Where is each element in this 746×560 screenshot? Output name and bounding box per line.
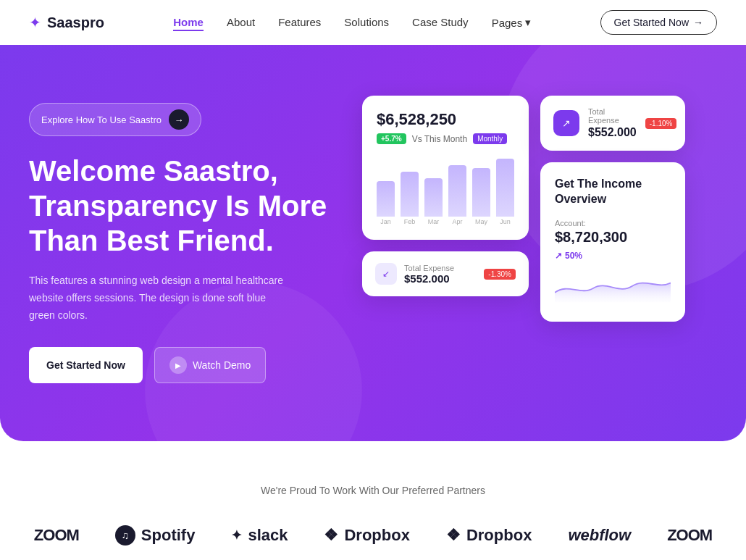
partners-section: We're Proud To Work With Our Preferred P… (0, 441, 746, 560)
hero-description: This features a stunning web design a me… (29, 272, 290, 324)
watch-demo-button[interactable]: ▶ Watch Demo (154, 347, 266, 383)
hero-left: Explore How To Use Saastro → Welcome Saa… (29, 88, 333, 383)
explore-button[interactable]: Explore How To Use Saastro → (29, 103, 201, 136)
income-card: Get The Income Overview Account: $8,720,… (540, 162, 685, 322)
income-title: Get The Income Overview (555, 177, 671, 207)
expense-bottom-card: ↙ Total Expense $552.000 -1.30% (362, 251, 529, 296)
partner-dropbox-2: ❖ Dropbox (446, 526, 532, 545)
expense-info: Total Expense $552.000 (588, 107, 637, 139)
logo-text: Saaspro (47, 14, 104, 31)
play-icon: ▶ (169, 356, 187, 374)
navbar: ✦ Saaspro Home About Features Solutions … (0, 0, 746, 45)
account-label: Account: (555, 219, 671, 227)
hero-left-cards: $6,528,250 +5.7% Vs This Month Monthly J… (362, 96, 529, 322)
partner-zoom-1: ZOOM (34, 526, 79, 545)
dropbox-label-2: Dropbox (466, 526, 532, 545)
expense-bottom-label: Total Expense (404, 264, 454, 272)
explore-label: Explore How To Use Saastro (41, 114, 162, 125)
partner-zoom-2: ZOOM (667, 526, 712, 545)
dropbox-icon-2: ❖ (446, 526, 461, 545)
expense-bottom-icon: ↙ (375, 263, 397, 285)
spotify-icon: ♫ (115, 525, 135, 546)
bar-item: May (472, 168, 490, 225)
bar-item: Feb (401, 172, 419, 225)
expense-bottom-badge: -1.30% (484, 269, 516, 280)
nav-cta-arrow: → (693, 17, 703, 28)
nav-about[interactable]: About (227, 16, 255, 28)
chevron-down-icon: ▾ (525, 16, 531, 29)
expense-bottom-info: Total Expense $552.000 (404, 264, 454, 285)
hero-section: Explore How To Use Saastro → Welcome Saa… (0, 45, 746, 441)
chart-amount: $6,528,250 (377, 110, 514, 129)
partners-heading: We're Proud To Work With Our Preferred P… (29, 485, 717, 496)
partners-logos: ZOOM ♫ Spotify ✦ slack ❖ Dropbox ❖ Dropb… (29, 525, 717, 546)
partner-webflow: webflow (568, 526, 631, 545)
partner-dropbox-1: ❖ Dropbox (324, 526, 409, 545)
nav-features[interactable]: Features (278, 16, 321, 28)
expense-amount: $552.000 (588, 126, 637, 139)
expense-small-card: ↗ Total Expense $552.000 -1.10% (540, 96, 685, 151)
hero-cta-button[interactable]: Get Started Now (29, 347, 143, 383)
hero-title: Welcome Saastro, Transparency Is More Th… (29, 154, 333, 258)
nav-cta-label: Get Started Now (614, 17, 690, 28)
dropbox-icon-1: ❖ (324, 526, 338, 545)
spotify-label: Spotify (141, 526, 196, 545)
expense-bottom-amount: $552.000 (404, 272, 454, 285)
nav-case-study[interactable]: Case Study (412, 16, 469, 28)
partner-spotify: ♫ Spotify (115, 525, 196, 546)
expense-small-badge: -1.10% (645, 118, 677, 129)
zoom-icon: ZOOM (34, 526, 79, 545)
zoom-label-2: ZOOM (667, 526, 712, 545)
slack-label: slack (248, 526, 288, 545)
vs-label: Vs This Month (412, 134, 467, 144)
explore-arrow-icon: → (169, 109, 189, 130)
account-amount: $8,720,300 (555, 229, 671, 246)
bar-item: Apr (448, 165, 466, 225)
growth-arrow-icon: ↗ (555, 251, 562, 261)
hero-right-cards: ↗ Total Expense $552.000 -1.10% Get The … (540, 96, 685, 322)
bar-item: Mar (424, 178, 443, 225)
expense-icon: ↗ (553, 110, 579, 136)
growth-badge: +5.7% (377, 133, 406, 144)
expense-label: Total Expense (588, 107, 637, 125)
growth-badge-income: ↗ 50% (555, 251, 582, 261)
slack-icon: ✦ (231, 527, 242, 543)
nav-links: Home About Features Solutions Case Study… (173, 16, 531, 29)
hero-buttons: Get Started Now ▶ Watch Demo (29, 347, 333, 383)
partner-slack: ✦ slack (231, 526, 288, 545)
bar-chart: JanFebMarAprMayJun (377, 153, 514, 225)
chart-card: $6,528,250 +5.7% Vs This Month Monthly J… (362, 96, 529, 240)
logo[interactable]: ✦ Saaspro (29, 14, 104, 31)
growth-percent: 50% (565, 251, 582, 261)
monthly-badge: Monthly (473, 133, 507, 144)
nav-home[interactable]: Home (173, 16, 204, 31)
nav-cta-button[interactable]: Get Started Now → (600, 10, 718, 35)
nav-pages[interactable]: Pages ▾ (492, 16, 532, 29)
bar-item: Jun (496, 159, 514, 225)
chart-vs-row: +5.7% Vs This Month Monthly (377, 133, 514, 144)
wave-chart (555, 268, 671, 304)
bar-item: Jan (377, 181, 395, 225)
hero-cards: $6,528,250 +5.7% Vs This Month Monthly J… (362, 88, 717, 322)
demo-label: Watch Demo (193, 359, 251, 371)
webflow-label: webflow (568, 526, 631, 545)
expense-bottom-left: ↙ Total Expense $552.000 (375, 263, 454, 285)
nav-solutions[interactable]: Solutions (344, 16, 389, 28)
logo-icon: ✦ (29, 14, 41, 31)
dropbox-label-1: Dropbox (344, 526, 409, 545)
